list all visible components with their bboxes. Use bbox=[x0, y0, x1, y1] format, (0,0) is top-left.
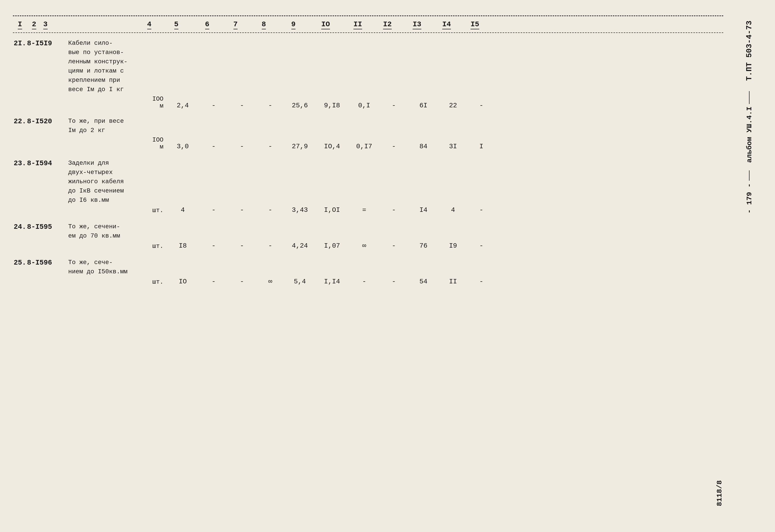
entry-23-unit-bottom: шт. bbox=[152, 207, 163, 214]
entry-25-c7: - bbox=[228, 278, 256, 286]
entry-24-unit-bottom: шт. bbox=[152, 243, 163, 250]
entry-21-c6: - bbox=[199, 102, 228, 109]
entry-21-qty: 2,4 bbox=[166, 102, 199, 109]
entry-21-c15: - bbox=[467, 102, 496, 109]
entry-22-c8: - bbox=[256, 142, 284, 150]
col-header-1: I bbox=[13, 20, 27, 28]
entry-24-c6: - bbox=[199, 242, 228, 250]
entry-22-c13: 84 bbox=[408, 142, 439, 150]
entry-23-code: 8-I594 bbox=[27, 158, 68, 167]
page-number: - 179 - bbox=[745, 183, 753, 213]
entry-22-c14: 3I bbox=[439, 142, 467, 150]
col-header-4: 4 bbox=[139, 20, 160, 28]
entry-25-c10: I,I4 bbox=[315, 278, 349, 286]
entry-22-c7: - bbox=[228, 142, 256, 150]
entry-24-c14: I9 bbox=[439, 242, 467, 250]
entry-25-c13: 54 bbox=[408, 278, 439, 286]
entry-25-c14: II bbox=[439, 278, 467, 286]
entry-24-c10: I,07 bbox=[315, 242, 349, 250]
entry-25-unit-bottom: шт. bbox=[152, 279, 163, 286]
entry-22-unit-bottom: м bbox=[160, 143, 163, 150]
column-headers-row: I 2 3 4 5 6 7 bbox=[13, 16, 723, 33]
right-sidebar: Т.ПТ 503-4-73 альбом УШ.4.I - 179 - bbox=[731, 21, 767, 213]
entry-23-c7: - bbox=[228, 206, 256, 214]
entry-25-desc: То же, сече- нием до I50кв.мм bbox=[68, 258, 166, 277]
col-header-8: 8 bbox=[250, 20, 278, 28]
entry-25-c12: - bbox=[379, 278, 408, 286]
col-header-13: I3 bbox=[402, 20, 433, 28]
col-header-10: IO bbox=[309, 20, 342, 28]
sidebar-divider-2 bbox=[749, 170, 750, 181]
entry-25-c8: ∞ bbox=[256, 278, 284, 286]
entry-21-desc: Кабели сило- вые по установ- ленным конс… bbox=[68, 39, 166, 94]
entry-25-c11: - bbox=[349, 278, 379, 286]
entry-22-c15: I bbox=[467, 142, 496, 150]
entry-21-c14: 22 bbox=[439, 102, 467, 109]
entry-22-c9: 27,9 bbox=[284, 142, 315, 150]
entry-22-num: 22. bbox=[13, 117, 27, 125]
entry-21-c9: 25,6 bbox=[284, 102, 315, 109]
entry-22-code: 8-I520 bbox=[27, 117, 68, 125]
entry-22-c11: 0,I7 bbox=[349, 142, 379, 150]
entry-22: 22. 8-I520 То же, при весе Iм до 2 кг IO… bbox=[13, 117, 734, 150]
entry-24-c13: 76 bbox=[408, 242, 439, 250]
entry-21-unit-top: IOO bbox=[152, 95, 163, 102]
entry-21-c12: - bbox=[379, 102, 408, 109]
entry-24: 24. 8-I595 То же, сечени- ем до 70 кв.мм… bbox=[13, 222, 734, 250]
col-header-9: 9 bbox=[278, 20, 309, 28]
entry-21-c11: 0,I bbox=[349, 102, 379, 109]
col-header-12: I2 bbox=[373, 20, 402, 28]
entry-24-c9: 4,24 bbox=[284, 242, 315, 250]
entry-24-c15: - bbox=[467, 242, 496, 250]
entry-23-c10: I,OI bbox=[315, 206, 349, 214]
entry-23-desc: Заделки для двух-четырех жильного кабеля… bbox=[68, 158, 166, 205]
entry-23-c11: = bbox=[349, 206, 379, 214]
entry-24-c7: - bbox=[228, 242, 256, 250]
entry-21-num: 2I. bbox=[13, 39, 27, 47]
entry-25: 25. 8-I596 То же, сече- нием до I50кв.мм… bbox=[13, 258, 734, 286]
entry-24-desc: То же, сечени- ем до 70 кв.мм bbox=[68, 222, 166, 240]
entry-25-c6: - bbox=[199, 278, 228, 286]
entry-23-c15: - bbox=[467, 206, 496, 214]
entry-23-c14: 4 bbox=[439, 206, 467, 214]
col-header-3: 3 bbox=[41, 20, 139, 28]
col-header-6: 6 bbox=[193, 20, 221, 28]
col-header-14: I4 bbox=[433, 20, 461, 28]
stamp-text: 8118/8 bbox=[716, 480, 724, 506]
entry-21-c13: 6I bbox=[408, 102, 439, 109]
col-header-2: 2 bbox=[27, 20, 41, 28]
entry-21-c7: - bbox=[228, 102, 256, 109]
document-title: Т.ПТ 503-4-73 bbox=[745, 21, 754, 81]
entry-23-c13: I4 bbox=[408, 206, 439, 214]
entry-22-c6: - bbox=[199, 142, 228, 150]
document-subtitle: альбом УШ.4.I bbox=[745, 106, 753, 163]
entry-22-unit-top: IOO bbox=[152, 136, 163, 143]
entry-22-c12: - bbox=[379, 142, 408, 150]
entry-22-c10: IO,4 bbox=[315, 142, 349, 150]
sidebar-divider-1 bbox=[749, 91, 750, 104]
entry-23-c12: - bbox=[379, 206, 408, 214]
entry-23-c9: 3,43 bbox=[284, 206, 315, 214]
entry-25-qty: IO bbox=[166, 278, 199, 286]
col-header-11: II bbox=[342, 20, 373, 28]
entry-22-qty: 3,0 bbox=[166, 142, 199, 150]
entry-21-c8: - bbox=[256, 102, 284, 109]
entry-21: 2I. 8-I5I9 Кабели сило- вые по установ- … bbox=[13, 39, 734, 109]
entry-23: 23. 8-I594 Заделки для двух-четырех жиль… bbox=[13, 158, 734, 214]
entry-25-c15: - bbox=[467, 278, 496, 286]
entry-21-unit-bottom: м bbox=[160, 102, 163, 109]
entry-23-num: 23. bbox=[13, 158, 27, 167]
entry-25-num: 25. bbox=[13, 258, 27, 267]
col-header-5: 5 bbox=[160, 20, 193, 28]
entry-25-code: 8-I596 bbox=[27, 258, 68, 267]
entry-21-code: 8-I5I9 bbox=[27, 39, 68, 47]
entry-24-c11: ∞ bbox=[349, 242, 379, 250]
entry-23-c8: - bbox=[256, 206, 284, 214]
entry-23-qty: 4 bbox=[166, 206, 199, 214]
col-header-15: I5 bbox=[461, 20, 489, 28]
entry-24-c12: - bbox=[379, 242, 408, 250]
main-content: I 2 3 4 5 6 7 bbox=[13, 15, 734, 286]
entry-22-desc: То же, при весе Iм до 2 кг bbox=[68, 117, 166, 135]
entry-23-c6: - bbox=[199, 206, 228, 214]
entry-24-code: 8-I595 bbox=[27, 222, 68, 231]
